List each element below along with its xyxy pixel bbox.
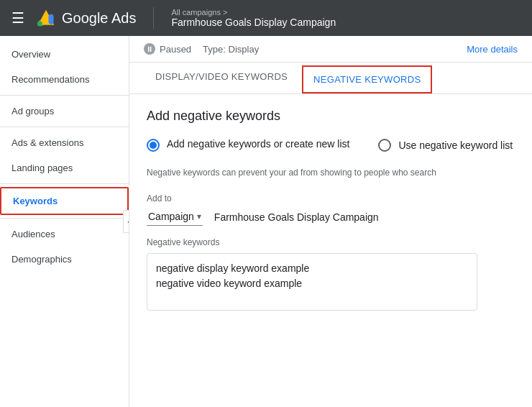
breadcrumb: All campaigns > Farmhouse Goals Display … xyxy=(171,8,336,28)
sidebar-item-label: Ad groups xyxy=(12,106,54,116)
main-layout: Overview Recommendations Ad groups Ads &… xyxy=(0,36,532,407)
sidebar-item-demographics[interactable]: Demographics xyxy=(0,247,129,272)
sidebar-item-label: Landing pages xyxy=(12,163,73,173)
add-to-label: Add to xyxy=(147,193,515,204)
sidebar-divider-2 xyxy=(0,127,129,127)
header: ☰ Google Ads All campaigns > Farmhouse G… xyxy=(0,0,532,36)
sidebar-divider-3 xyxy=(0,183,129,184)
radio-label-add-new: Add negative keywords or create new list xyxy=(167,138,349,150)
sidebar-item-label: Recommendations xyxy=(12,74,89,85)
sidebar-divider-1 xyxy=(0,95,129,96)
sidebar-item-recommendations[interactable]: Recommendations xyxy=(0,67,129,92)
app-logo: Google Ads xyxy=(36,8,136,28)
dropdown-arrow-icon: ▾ xyxy=(197,211,201,221)
sidebar: Overview Recommendations Ad groups Ads &… xyxy=(0,36,129,407)
sidebar-item-label: Overview xyxy=(12,49,50,60)
campaign-bar: ⏸ Paused Type: Display More details xyxy=(129,36,532,63)
radio-option-add-new[interactable]: Add negative keywords or create new list xyxy=(147,138,349,152)
negative-keywords-section: Negative keywords negative display keywo… xyxy=(147,237,515,314)
breadcrumb-title: Farmhouse Goals Display Campaign xyxy=(171,17,336,28)
tabs-bar: DISPLAY/VIDEO KEYWORDS NEGATIVE KEYWORDS xyxy=(129,63,532,94)
add-to-section: Add to Campaign ▾ Farmhouse Goals Displa… xyxy=(147,193,515,226)
dropdown-row: Campaign ▾ Farmhouse Goals Display Campa… xyxy=(147,208,515,226)
svg-rect-6 xyxy=(49,14,54,24)
radio-label-use-list: Use negative keyword list xyxy=(398,140,513,151)
sidebar-item-label: Audiences xyxy=(12,229,55,239)
negative-keywords-textarea[interactable]: negative display keyword example negativ… xyxy=(147,253,477,311)
sidebar-item-ads-extensions[interactable]: Ads & extensions xyxy=(0,130,129,155)
sidebar-collapse-button[interactable]: ‹ xyxy=(123,210,129,233)
campaign-dropdown[interactable]: Campaign ▾ xyxy=(147,208,203,226)
campaign-name-value: Farmhouse Goals Display Campaign xyxy=(214,211,379,223)
info-text: Negative keywords can prevent your ad fr… xyxy=(147,166,515,179)
app-name: Google Ads xyxy=(62,10,136,27)
tab-negative-keywords[interactable]: NEGATIVE KEYWORDS xyxy=(302,65,432,93)
main-content-area: ⏸ Paused Type: Display More details DISP… xyxy=(129,36,532,407)
header-divider xyxy=(153,7,154,29)
breadcrumb-top: All campaigns > xyxy=(171,8,336,17)
radio-unchecked-icon[interactable] xyxy=(378,139,391,152)
campaign-type: Type: Display xyxy=(203,44,259,55)
svg-point-5 xyxy=(37,21,42,26)
radio-checked-icon[interactable] xyxy=(147,139,160,152)
tab-display-video-keywords[interactable]: DISPLAY/VIDEO KEYWORDS xyxy=(144,63,299,93)
content-panel: Add negative keywords Add negative keywo… xyxy=(129,94,532,407)
radio-group: Add negative keywords or create new list… xyxy=(147,138,515,152)
status-badge: ⏸ Paused xyxy=(144,43,191,55)
status-label: Paused xyxy=(160,44,191,55)
sidebar-item-label: Keywords xyxy=(13,196,58,206)
sidebar-item-keywords[interactable]: Keywords xyxy=(0,187,129,215)
menu-icon[interactable]: ☰ xyxy=(12,9,24,27)
page-title: Add negative keywords xyxy=(147,109,515,124)
paused-status-icon: ⏸ xyxy=(144,43,155,55)
sidebar-item-landing-pages[interactable]: Landing pages xyxy=(0,155,129,180)
chevron-left-icon: ‹ xyxy=(127,218,129,226)
sidebar-item-audiences[interactable]: Audiences xyxy=(0,221,129,247)
more-details-link[interactable]: More details xyxy=(467,44,518,55)
google-ads-logo-icon xyxy=(36,8,56,28)
negative-keywords-label: Negative keywords xyxy=(147,237,515,247)
sidebar-divider-4 xyxy=(0,218,129,219)
radio-option-use-list[interactable]: Use negative keyword list xyxy=(378,138,513,152)
sidebar-item-ad-groups[interactable]: Ad groups xyxy=(0,99,129,124)
sidebar-item-label: Demographics xyxy=(12,254,72,265)
sidebar-item-label: Ads & extensions xyxy=(12,137,83,148)
dropdown-label: Campaign xyxy=(148,211,194,222)
sidebar-item-overview[interactable]: Overview xyxy=(0,42,129,67)
